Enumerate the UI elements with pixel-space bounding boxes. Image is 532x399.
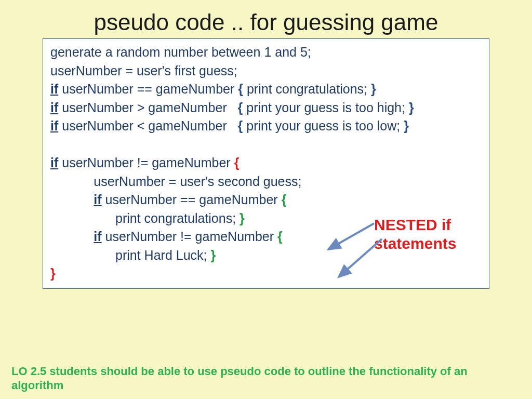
code-line: if userNumber < gameNumber { print your … [50, 117, 482, 136]
code-line: if userNumber == gameNumber { [50, 191, 482, 209]
code-line: } [50, 264, 482, 283]
code-line: generate a random number between 1 and 5… [50, 43, 482, 62]
code-line: userNumber = user's first guess; [50, 62, 482, 81]
code-line: if userNumber == gameNumber { print cong… [50, 80, 482, 99]
code-line: userNumber = user's second guess; [50, 172, 482, 191]
learning-outcome-footer: LO 2.5 students should be able to use ps… [11, 365, 521, 393]
callout-line: statements [374, 234, 488, 253]
callout-line: NESTED if [374, 216, 488, 234]
code-line: if userNumber != gameNumber { [50, 154, 482, 172]
slide-title: pseudo code .. for guessing game [0, 0, 532, 38]
code-line: if userNumber > gameNumber { print your … [50, 99, 482, 117]
nested-if-callout: NESTED if statements [374, 216, 488, 253]
code-line [50, 136, 482, 154]
